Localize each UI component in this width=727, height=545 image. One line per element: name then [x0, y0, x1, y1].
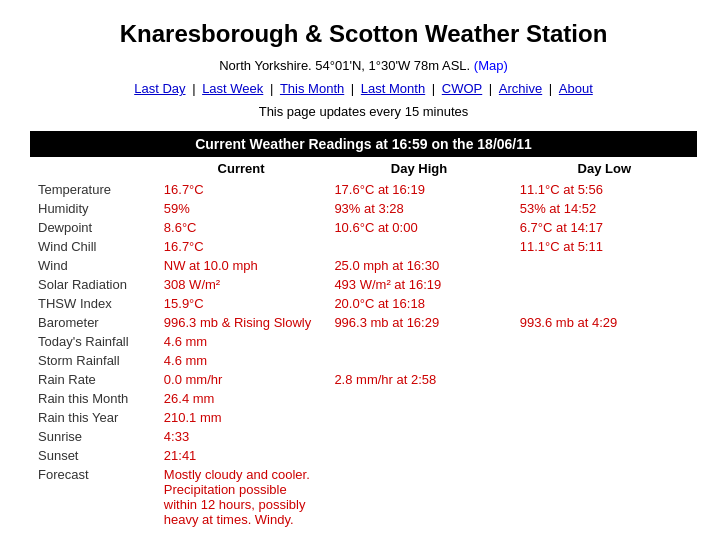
row-current: 210.1 mm: [156, 408, 327, 427]
row-day-high: [326, 351, 511, 370]
table-row: Sunset21:41: [30, 446, 697, 465]
row-current: 15.9°C: [156, 294, 327, 313]
row-day-high: [326, 427, 511, 446]
row-current: 8.6°C: [156, 218, 327, 237]
row-day-low: [512, 332, 697, 351]
nav-last-month[interactable]: Last Month: [361, 81, 425, 96]
row-current: 59%: [156, 199, 327, 218]
row-day-high: [326, 465, 511, 529]
table-row: Wind Chill16.7°C11.1°C at 5:11: [30, 237, 697, 256]
col-header-day-high: Day High: [326, 157, 511, 180]
row-current: 4.6 mm: [156, 351, 327, 370]
row-day-high: 10.6°C at 0:00: [326, 218, 511, 237]
row-day-high: [326, 332, 511, 351]
row-label: Barometer: [30, 313, 156, 332]
row-day-low: [512, 294, 697, 313]
column-headers-row: Current Day High Day Low: [30, 157, 697, 180]
row-current: 308 W/m²: [156, 275, 327, 294]
row-label: Storm Rainfall: [30, 351, 156, 370]
row-label: Dewpoint: [30, 218, 156, 237]
table-row: Storm Rainfall4.6 mm: [30, 351, 697, 370]
location-text: North Yorkshire. 54°01'N, 1°30'W 78m ASL…: [219, 58, 470, 73]
row-day-high: 493 W/m² at 16:19: [326, 275, 511, 294]
row-day-high: 996.3 mb at 16:29: [326, 313, 511, 332]
nav-sep-2: |: [266, 81, 277, 96]
nav-this-month[interactable]: This Month: [280, 81, 344, 96]
row-day-low: [512, 256, 697, 275]
table-header: Current Weather Readings at 16:59 on the…: [30, 131, 697, 157]
row-day-high: 93% at 3:28: [326, 199, 511, 218]
row-label: Solar Radiation: [30, 275, 156, 294]
row-day-high: [326, 237, 511, 256]
row-label: Rain this Year: [30, 408, 156, 427]
row-label: THSW Index: [30, 294, 156, 313]
col-header-label: [30, 157, 156, 180]
table-header-row: Current Weather Readings at 16:59 on the…: [30, 131, 697, 157]
nav-cwop[interactable]: CWOP: [442, 81, 482, 96]
subtitle: North Yorkshire. 54°01'N, 1°30'W 78m ASL…: [30, 58, 697, 73]
row-current: 4:33: [156, 427, 327, 446]
nav-archive[interactable]: Archive: [499, 81, 542, 96]
navigation: Last Day | Last Week | This Month | Last…: [30, 81, 697, 96]
row-current: 0.0 mm/hr: [156, 370, 327, 389]
row-day-high: [326, 389, 511, 408]
row-day-high: [326, 446, 511, 465]
row-day-low: [512, 446, 697, 465]
table-row: Barometer996.3 mb & Rising Slowly996.3 m…: [30, 313, 697, 332]
nav-sep-4: |: [428, 81, 439, 96]
row-day-low: [512, 351, 697, 370]
table-row: Temperature16.7°C17.6°C at 16:1911.1°C a…: [30, 180, 697, 199]
nav-sep-1: |: [189, 81, 200, 96]
nav-last-week[interactable]: Last Week: [202, 81, 263, 96]
row-current: 16.7°C: [156, 180, 327, 199]
row-day-low: [512, 370, 697, 389]
row-current: 21:41: [156, 446, 327, 465]
map-link[interactable]: (Map): [474, 58, 508, 73]
nav-about[interactable]: About: [559, 81, 593, 96]
row-day-low: 11.1°C at 5:11: [512, 237, 697, 256]
row-day-high: 17.6°C at 16:19: [326, 180, 511, 199]
row-label: Forecast: [30, 465, 156, 529]
row-day-low: [512, 465, 697, 529]
row-label: Sunset: [30, 446, 156, 465]
row-label: Sunrise: [30, 427, 156, 446]
row-day-low: 6.7°C at 14:17: [512, 218, 697, 237]
row-label: Wind Chill: [30, 237, 156, 256]
row-day-high: [326, 408, 511, 427]
row-day-low: [512, 275, 697, 294]
table-row: THSW Index15.9°C20.0°C at 16:18: [30, 294, 697, 313]
row-day-low: [512, 389, 697, 408]
table-row: Today's Rainfall4.6 mm: [30, 332, 697, 351]
col-header-day-low: Day Low: [512, 157, 697, 180]
row-label: Rain this Month: [30, 389, 156, 408]
row-day-high: 20.0°C at 16:18: [326, 294, 511, 313]
update-notice: This page updates every 15 minutes: [30, 104, 697, 119]
table-row: Dewpoint8.6°C10.6°C at 0:006.7°C at 14:1…: [30, 218, 697, 237]
row-day-low: [512, 427, 697, 446]
weather-table: Current Weather Readings at 16:59 on the…: [30, 131, 697, 529]
row-day-low: 53% at 14:52: [512, 199, 697, 218]
row-label: Today's Rainfall: [30, 332, 156, 351]
page-title: Knaresborough & Scotton Weather Station: [30, 20, 697, 48]
col-header-current: Current: [156, 157, 327, 180]
row-label: Temperature: [30, 180, 156, 199]
row-current: 16.7°C: [156, 237, 327, 256]
row-day-low: 993.6 mb at 4:29: [512, 313, 697, 332]
row-day-low: 11.1°C at 5:56: [512, 180, 697, 199]
table-row: Rain this Year210.1 mm: [30, 408, 697, 427]
row-current: Mostly cloudy and cooler. Precipitation …: [156, 465, 327, 529]
row-day-high: 2.8 mm/hr at 2:58: [326, 370, 511, 389]
row-label: Rain Rate: [30, 370, 156, 389]
row-current: 996.3 mb & Rising Slowly: [156, 313, 327, 332]
row-day-high: 25.0 mph at 16:30: [326, 256, 511, 275]
nav-sep-5: |: [485, 81, 496, 96]
row-label: Wind: [30, 256, 156, 275]
table-row: Rain Rate0.0 mm/hr2.8 mm/hr at 2:58: [30, 370, 697, 389]
row-label: Humidity: [30, 199, 156, 218]
table-row: Humidity59%93% at 3:2853% at 14:52: [30, 199, 697, 218]
nav-last-day[interactable]: Last Day: [134, 81, 185, 96]
nav-sep-6: |: [545, 81, 556, 96]
row-day-low: [512, 408, 697, 427]
row-current: 4.6 mm: [156, 332, 327, 351]
row-current: NW at 10.0 mph: [156, 256, 327, 275]
